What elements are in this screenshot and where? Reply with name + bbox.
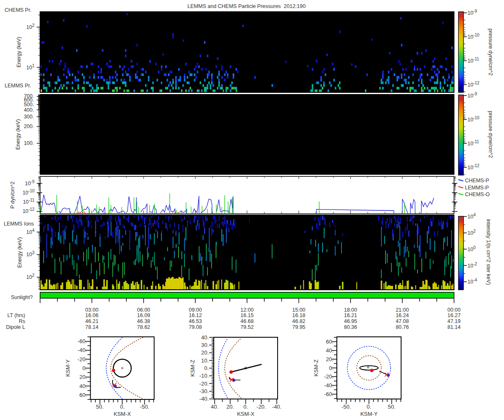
svg-text:Energy (keV): Energy (keV)	[16, 37, 22, 68]
svg-text:18:00: 18:00	[344, 307, 357, 313]
svg-text:79.08: 79.08	[189, 324, 202, 330]
svg-text:46.38: 46.38	[137, 318, 150, 324]
svg-text:20.: 20.	[201, 349, 209, 356]
svg-text:KSM-X: KSM-X	[237, 411, 255, 417]
svg-text:16.24: 16.24	[396, 312, 409, 318]
svg-text:KSM-Z: KSM-Z	[189, 360, 196, 377]
svg-text:300.: 300.	[24, 114, 34, 120]
svg-text:Energy (keV): Energy (keV)	[15, 119, 21, 150]
svg-text:46.53: 46.53	[189, 318, 202, 324]
svg-text:KSM-Y: KSM-Y	[360, 411, 378, 417]
svg-text:79.95: 79.95	[292, 324, 305, 330]
svg-text:KSM-X: KSM-X	[114, 411, 131, 417]
svg-text:16.15: 16.15	[241, 312, 254, 318]
svg-text:16.06: 16.06	[85, 312, 98, 318]
svg-text:CHEMS-P: CHEMS-P	[465, 178, 489, 184]
svg-text:16.21: 16.21	[344, 312, 357, 318]
svg-text:79.52: 79.52	[241, 324, 254, 330]
svg-text:KSM-Y: KSM-Y	[65, 360, 71, 377]
svg-text:Rs: Rs	[19, 318, 25, 324]
svg-text:81.14: 81.14	[447, 324, 460, 330]
svg-text:21:00: 21:00	[396, 307, 409, 313]
svg-text:06:00: 06:00	[137, 307, 150, 313]
svg-text:-10.: -10.	[200, 373, 209, 379]
svg-text:LEMMS Ions: LEMMS Ions	[4, 221, 34, 227]
svg-text:CHEMS Pr.: CHEMS Pr.	[5, 7, 32, 13]
svg-text:78.62: 78.62	[137, 324, 150, 330]
svg-text:47.19: 47.19	[447, 318, 460, 324]
svg-text:-20.: -20.	[257, 404, 266, 410]
svg-text:16.12: 16.12	[189, 312, 202, 318]
svg-text:80.76: 80.76	[396, 324, 409, 330]
svg-text:78.14: 78.14	[85, 324, 98, 330]
svg-text:LEMMS-P: LEMMS-P	[465, 185, 489, 191]
svg-text:Energy (keV): Energy (keV)	[17, 237, 23, 268]
svg-text:400.: 400.	[24, 107, 34, 113]
svg-text:Dipole L: Dipole L	[6, 324, 25, 330]
svg-text:-20.: -20.	[200, 381, 209, 387]
svg-text:CHEMS-O: CHEMS-O	[465, 192, 490, 197]
svg-text:03:00: 03:00	[85, 307, 98, 313]
svg-text:pressure dyne/cm^2: pressure dyne/cm^2	[488, 111, 494, 158]
svg-text:20.: 20.	[226, 404, 234, 410]
svg-text:09:00: 09:00	[189, 307, 202, 313]
svg-text:80.36: 80.36	[344, 324, 357, 330]
svg-text:200.: 200.	[24, 123, 34, 129]
svg-text:16.09: 16.09	[137, 312, 150, 318]
svg-text:40.: 40.	[201, 334, 209, 341]
svg-text:700.: 700.	[24, 93, 34, 99]
svg-text:0.: 0.	[244, 404, 248, 410]
svg-text:-40.: -40.	[272, 404, 281, 410]
svg-text:-50.: -50.	[341, 404, 351, 410]
svg-text:46.95: 46.95	[344, 318, 357, 324]
svg-text:40.: 40.	[211, 404, 218, 410]
svg-text:0.: 0.	[367, 404, 371, 410]
svg-text:P dyn/cm^2: P dyn/cm^2	[10, 181, 16, 209]
svg-text:00:00: 00:00	[447, 307, 460, 313]
svg-text:-40.: -40.	[200, 396, 209, 402]
svg-text:0.: 0.	[120, 404, 125, 410]
svg-text:12:00: 12:00	[241, 307, 254, 313]
svg-text:16.27: 16.27	[447, 312, 460, 318]
svg-text:30.: 30.	[201, 342, 209, 348]
svg-text:50.: 50.	[96, 404, 104, 410]
svg-text:-30.: -30.	[200, 388, 209, 394]
svg-text:pressure dyne/cm^2: pressure dyne/cm^2	[488, 29, 494, 76]
svg-text:KSM-Z: KSM-Z	[313, 360, 319, 377]
svg-text:46.21: 46.21	[85, 318, 98, 324]
svg-text:intensity 1/(s cm^2 ster keV): intensity 1/(s cm^2 ster keV)	[486, 219, 491, 285]
svg-text:LEMMS Pr.: LEMMS Pr.	[5, 83, 31, 89]
svg-text:15:00: 15:00	[292, 307, 305, 313]
svg-text:46.82: 46.82	[292, 318, 305, 324]
svg-text:47.08: 47.08	[396, 318, 409, 324]
svg-text:LT (hrs): LT (hrs)	[7, 312, 25, 318]
svg-text:16.18: 16.18	[292, 312, 305, 318]
svg-text:LEMMS and CHEMS Particle Press: LEMMS and CHEMS Particle Pressures 2012:…	[187, 3, 305, 9]
svg-text:46.68: 46.68	[241, 318, 254, 324]
svg-text:0.: 0.	[204, 365, 209, 371]
svg-text:100.: 100.	[24, 140, 34, 146]
svg-text:50.: 50.	[388, 404, 396, 410]
svg-text:-50.: -50.	[140, 404, 149, 410]
svg-text:Sunlight?: Sunlight?	[11, 294, 33, 300]
svg-text:10.: 10.	[201, 357, 209, 364]
